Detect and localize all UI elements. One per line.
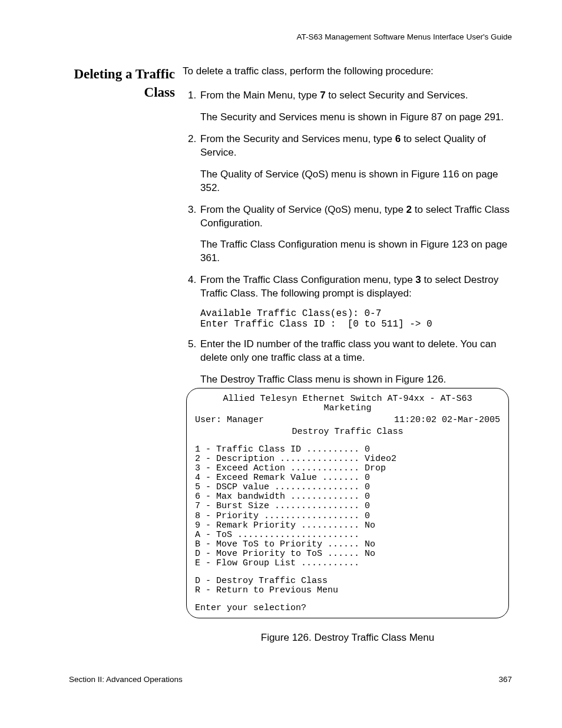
section-title: Deleting a Traffic Class (69, 65, 175, 101)
figure-caption: Figure 126. Destroy Traffic Class Menu (183, 632, 513, 644)
step-4-text-a: From the Traffic Class Configuration men… (200, 274, 415, 285)
step-5-text: Enter the ID number of the traffic class… (200, 338, 496, 363)
menu-timestamp: 11:20:02 02-Mar-2005 (394, 416, 500, 425)
step-3-text-a: From the Quality of Service (QoS) menu, … (200, 204, 406, 215)
menu-header-line1: Allied Telesyn Ethernet Switch AT-94xx -… (195, 394, 500, 404)
step-1-result: The Security and Services menu is shown … (200, 111, 513, 124)
menu-user-row: User: Manager 11:20:02 02-Mar-2005 (195, 416, 500, 425)
running-head: AT-S63 Management Software Menus Interfa… (296, 32, 512, 41)
step-5-result: The Destroy Traffic Class menu is shown … (200, 373, 513, 387)
footer-section-label: Section II: Advanced Operations (69, 675, 183, 684)
step-1-text-c: to select Security and Services. (326, 90, 468, 101)
step-3-result: The Traffic Class Configuration menu is … (200, 238, 513, 265)
step-2-result: The Quality of Service (QoS) menu is sho… (200, 168, 513, 195)
menu-items: 1 - Traffic Class ID .......... 0 2 - De… (195, 445, 500, 568)
menu-selection-prompt: Enter your selection? (195, 604, 500, 613)
step-1-key: 7 (320, 90, 325, 101)
section-title-line1: Deleting a Traffic (74, 67, 175, 81)
terminal-menu-box: Allied Telesyn Ethernet Switch AT-94xx -… (186, 388, 509, 618)
step-2-key: 6 (395, 133, 401, 144)
menu-title: Destroy Traffic Class (195, 427, 500, 437)
section-title-line2: Class (144, 85, 175, 100)
page-number: 367 (498, 675, 512, 684)
step-3-key: 2 (406, 204, 412, 215)
menu-header-line2: Marketing (195, 404, 500, 413)
step-4-prompt: Available Traffic Class(es): 0-7 Enter T… (200, 309, 513, 330)
step-5: Enter the ID number of the traffic class… (199, 338, 513, 387)
step-4-key: 3 (415, 274, 421, 285)
body-column: To delete a traffic class, perform the f… (183, 65, 513, 395)
menu-actions: D - Destroy Traffic Class R - Return to … (195, 577, 500, 595)
page: AT-S63 Management Software Menus Interfa… (0, 0, 562, 728)
menu-user: User: Manager (195, 416, 264, 425)
step-4: From the Traffic Class Configuration men… (199, 274, 513, 330)
step-2: From the Security and Services menu, typ… (199, 133, 513, 195)
procedure-steps: From the Main Menu, type 7 to select Sec… (183, 89, 513, 387)
step-3: From the Quality of Service (QoS) menu, … (199, 203, 513, 266)
step-1-text-a: From the Main Menu, type (200, 90, 320, 101)
step-1: From the Main Menu, type 7 to select Sec… (199, 89, 513, 124)
step-2-text-a: From the Security and Services menu, typ… (200, 133, 395, 144)
intro-text: To delete a traffic class, perform the f… (183, 65, 513, 78)
